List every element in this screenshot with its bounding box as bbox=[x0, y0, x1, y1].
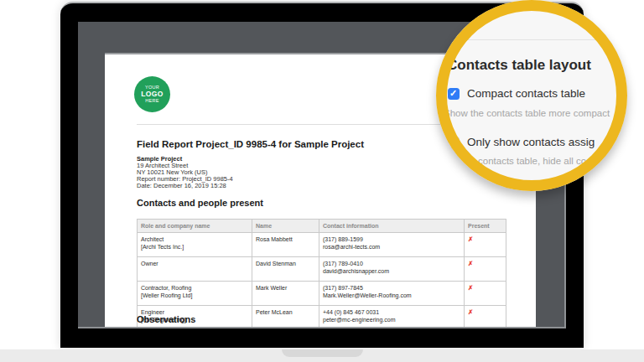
laptop-base-notch bbox=[282, 349, 363, 357]
report-date: Date: December 16, 2019 15:28 bbox=[137, 183, 233, 189]
only-assigned-description: contacts table, hide all co bbox=[478, 156, 586, 166]
cell-name: Rosa Mabbett bbox=[252, 233, 319, 257]
only-assigned-checkbox[interactable] bbox=[448, 137, 460, 148]
logo-text-line2: LOGO bbox=[141, 90, 164, 98]
absent-x-icon: ✗ bbox=[465, 257, 506, 282]
report-title: Field Report Project_ID 9985-4 for Sampl… bbox=[137, 139, 364, 149]
cell-name: David Stenman bbox=[252, 257, 319, 282]
role-text: Owner bbox=[141, 260, 248, 267]
compact-contacts-checkbox[interactable] bbox=[448, 88, 460, 100]
contacts-section-heading: Contacts and people present bbox=[137, 198, 263, 208]
settings-divider bbox=[456, 39, 607, 40]
table-header-row: Role and company name Name Contact infor… bbox=[138, 220, 506, 233]
absent-x-icon: ✗ bbox=[465, 233, 506, 257]
phone-text: (317) 889-1599 bbox=[323, 235, 460, 243]
cell-contact: (317) 897-7845 Mark.Weller@Weller-Roofin… bbox=[319, 282, 465, 306]
company-text: [Archi Tects Inc.] bbox=[141, 243, 248, 251]
table-row: Owner David Stenman (317) 789-0410 david… bbox=[138, 257, 506, 282]
absent-x-icon: ✗ bbox=[465, 282, 506, 306]
settings-section-title: Contacts table layout bbox=[447, 57, 591, 74]
role-text: Architect bbox=[141, 235, 248, 243]
column-header-contact: Contact information bbox=[319, 220, 465, 233]
column-header-name: Name bbox=[252, 220, 319, 233]
column-header-present: Present bbox=[465, 220, 506, 233]
phone-text: (317) 789-0410 bbox=[323, 260, 460, 267]
phone-text: (317) 897-7845 bbox=[323, 284, 460, 292]
phone-text: +44 (0) 845 467 0031 bbox=[323, 308, 460, 316]
email-text: peter@mc-engineering.com bbox=[323, 316, 460, 323]
option-compact-contacts: Compact contacts table bbox=[448, 87, 585, 100]
email-text: rosa@archi-tects.com bbox=[323, 243, 460, 251]
settings-panel-zoomed: Contacts table layout Compact contacts t… bbox=[436, 0, 627, 191]
cell-role: Architect [Archi Tects Inc.] bbox=[138, 233, 252, 257]
contacts-table: Role and company name Name Contact infor… bbox=[137, 219, 506, 327]
observations-section-heading: Observations bbox=[137, 314, 195, 324]
table-row: Architect [Archi Tects Inc.] Rosa Mabbet… bbox=[138, 233, 506, 257]
magnifier-callout: Contacts table layout Compact contacts t… bbox=[436, 0, 627, 191]
company-logo: YOUR LOGO HERE bbox=[134, 76, 170, 112]
compact-contacts-description: Show the contacts table more compact bbox=[444, 108, 610, 118]
company-text: [Weller Roofing Ltd] bbox=[141, 292, 248, 299]
cell-name: Mark Weller bbox=[252, 282, 319, 306]
project-address-block: Sample Project 19 Architect Street NY 10… bbox=[137, 156, 233, 189]
cell-contact: (317) 789-0410 david@archisnapper.com bbox=[319, 257, 465, 282]
cell-contact: +44 (0) 845 467 0031 peter@mc-engineerin… bbox=[319, 306, 465, 328]
email-text: david@archisnapper.com bbox=[323, 267, 460, 275]
table-row: Contractor, Roofing [Weller Roofing Ltd]… bbox=[138, 282, 506, 306]
only-assigned-label[interactable]: Only show contacts assig bbox=[467, 136, 595, 148]
email-text: Mark.Weller@Weller-Roofing.com bbox=[323, 292, 460, 299]
compact-contacts-label[interactable]: Compact contacts table bbox=[467, 87, 585, 100]
logo-text-line3: HERE bbox=[145, 99, 158, 104]
column-header-role: Role and company name bbox=[138, 220, 252, 233]
role-text: Contractor, Roofing bbox=[141, 284, 248, 292]
cell-role: Owner bbox=[138, 257, 252, 282]
cell-name: Peter McLean bbox=[252, 306, 319, 328]
option-only-assigned: Only show contacts assig bbox=[448, 136, 595, 148]
cell-contact: (317) 889-1599 rosa@archi-tects.com bbox=[319, 233, 465, 257]
absent-x-icon: ✗ bbox=[465, 306, 506, 328]
cell-role: Contractor, Roofing [Weller Roofing Ltd] bbox=[138, 282, 252, 306]
